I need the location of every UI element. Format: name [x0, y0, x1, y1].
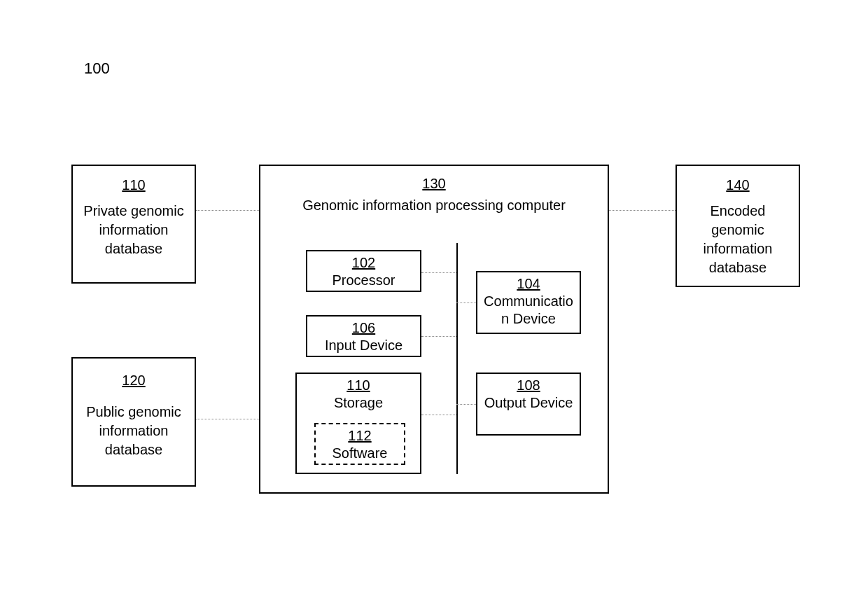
label-processor: Processor — [307, 272, 420, 289]
ref-storage: 110 — [297, 377, 420, 394]
block-comm: 104 Communication Device — [476, 271, 581, 334]
ref-computer: 130 — [260, 176, 608, 192]
block-processor: 102 Processor — [306, 250, 421, 292]
ref-comm: 104 — [477, 275, 580, 293]
block-computer: 130 Genomic information processing compu… — [259, 165, 609, 494]
bus-processor — [421, 272, 456, 273]
label-software: Software — [316, 445, 404, 462]
bus-comm — [456, 302, 476, 303]
label-public-db: Public genomic information database — [73, 403, 195, 459]
block-public-db: 120 Public genomic information database — [71, 357, 196, 487]
ref-output: 108 — [477, 377, 580, 394]
internal-bus — [456, 243, 458, 474]
label-storage: Storage — [297, 394, 420, 412]
figure-number-text: 100 — [84, 60, 110, 77]
bus-output — [456, 404, 476, 405]
ref-private-db: 110 — [73, 176, 195, 195]
connector-public-to-computer — [196, 419, 259, 419]
bus-storage — [421, 415, 456, 415]
label-computer: Genomic information processing computer — [260, 197, 608, 214]
ref-software: 112 — [316, 427, 404, 445]
block-private-db: 110 Private genomic information database — [71, 165, 196, 284]
label-encoded-db: Encoded genomic information database — [677, 202, 799, 277]
diagram-canvas: 100 110 Private genomic information data… — [0, 0, 868, 612]
figure-number: 100 — [84, 60, 110, 78]
ref-public-db: 120 — [73, 371, 195, 390]
block-software: 112 Software — [314, 423, 405, 465]
bus-input — [421, 336, 456, 337]
ref-processor: 102 — [307, 254, 420, 272]
block-encoded-db: 140 Encoded genomic information database — [676, 165, 800, 287]
block-output: 108 Output Device — [476, 373, 581, 436]
label-comm: Communication Device — [477, 293, 580, 328]
ref-encoded-db: 140 — [677, 176, 799, 195]
block-storage: 110 Storage 112 Software — [295, 373, 421, 474]
ref-input: 106 — [307, 319, 420, 337]
connector-computer-to-encoded — [609, 210, 676, 211]
label-private-db: Private genomic information database — [73, 202, 195, 258]
block-input: 106 Input Device — [306, 315, 421, 357]
label-input: Input Device — [307, 337, 420, 354]
label-output: Output Device — [477, 394, 580, 412]
connector-private-to-computer — [196, 210, 259, 211]
